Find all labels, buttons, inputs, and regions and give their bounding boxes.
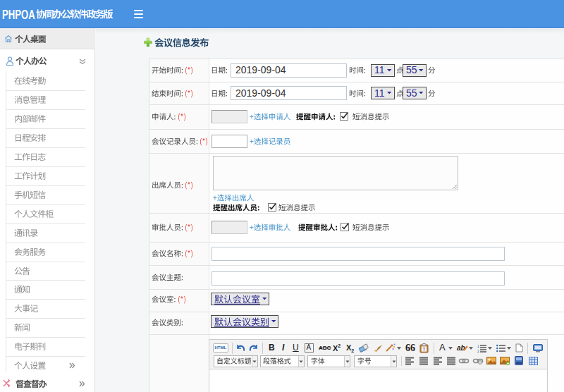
svg-text:2: 2 (477, 348, 479, 353)
svg-text:T: T (422, 346, 426, 351)
svg-text:ab: ab (457, 344, 465, 352)
svg-text:1: 1 (477, 343, 479, 348)
